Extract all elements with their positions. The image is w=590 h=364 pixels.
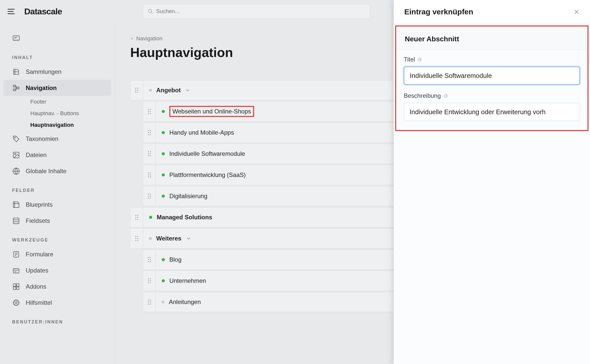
- form-icon: [12, 250, 20, 258]
- breadcrumb-label: Navigation: [136, 35, 163, 42]
- sidebar-item-formulare[interactable]: Formulare: [0, 246, 115, 262]
- drag-handle[interactable]: [143, 186, 156, 206]
- tree-item-label: Managed Solutions: [157, 214, 212, 221]
- drag-handle[interactable]: [130, 229, 143, 248]
- tree-item-label: Unternehmen: [169, 277, 206, 284]
- sidebar-section-benutzer: BENUTZER:INNEN: [0, 311, 115, 328]
- field-label-titel: Titel: [404, 56, 415, 63]
- status-published-icon: [162, 131, 165, 134]
- close-icon: ✕: [574, 8, 579, 16]
- chevron-down-icon[interactable]: [186, 236, 191, 241]
- navigation-icon: [12, 84, 20, 92]
- sidebar: INHALT Sammlungen Navigation Footer Haup…: [0, 23, 115, 364]
- sidebar-section-werkzeuge: WERKZEUGE: [0, 229, 115, 246]
- updates-icon: [12, 266, 20, 275]
- drag-handle[interactable]: [143, 102, 156, 121]
- panel-section-title: Neuer Abschnitt: [396, 26, 587, 50]
- svg-rect-18: [13, 269, 19, 273]
- localizable-icon: [417, 57, 422, 62]
- sidebar-section-inhalt: INHALT: [0, 46, 115, 64]
- chevron-down-icon[interactable]: [185, 88, 190, 93]
- sidebar-item-globale[interactable]: Globale Inhalte: [0, 163, 115, 179]
- sidebar-item-updates[interactable]: Updates: [0, 262, 115, 279]
- drag-icon: [148, 151, 151, 156]
- sidebar-item-navigation[interactable]: Navigation: [4, 80, 111, 96]
- search-input[interactable]: [156, 8, 365, 15]
- drag-icon: [135, 215, 138, 220]
- drag-icon: [148, 130, 151, 135]
- drag-icon: [148, 257, 151, 262]
- sidebar-sub-hauptnavigation[interactable]: Hauptnavigation: [0, 119, 115, 131]
- tree-item-label: Blog: [169, 256, 181, 263]
- sidebar-sub-hauptnav-buttons[interactable]: Hauptnav. - Buttons: [0, 108, 115, 119]
- svg-point-9: [15, 154, 16, 155]
- beschreibung-input[interactable]: [404, 103, 580, 121]
- image-icon: [12, 151, 20, 159]
- svg-point-7: [14, 137, 15, 138]
- drag-icon: [148, 172, 151, 177]
- fieldset-icon: [12, 217, 20, 225]
- svg-point-26: [15, 302, 17, 304]
- status-published-icon: [162, 195, 165, 198]
- svg-point-0: [148, 9, 152, 13]
- tree-item-label: Angebot: [156, 87, 181, 94]
- tree-item-label: Weiteres: [156, 235, 181, 242]
- tree-item-label: Digitalisierung: [169, 193, 207, 200]
- drag-handle[interactable]: [143, 165, 156, 185]
- svg-rect-4: [13, 85, 15, 87]
- status-draft-icon: [162, 301, 164, 303]
- sidebar-item-dashboard[interactable]: [0, 30, 115, 46]
- link-entry-panel: Eintrag verknüpfen ✕ Neuer Abschnitt Tit…: [394, 0, 590, 364]
- status-published-icon: [149, 216, 152, 219]
- sidebar-item-label: Dateien: [26, 151, 47, 159]
- status-published-icon: [162, 110, 165, 113]
- sidebar-item-blueprints[interactable]: Blueprints: [0, 197, 115, 213]
- sidebar-item-label: Globale Inhalte: [26, 168, 66, 175]
- drag-icon: [148, 299, 151, 305]
- tree-item-label: Plattformentwicklung (SaaS): [169, 171, 246, 178]
- drag-icon: [135, 88, 138, 93]
- sidebar-item-taxonomien[interactable]: Taxonomien: [0, 131, 115, 147]
- sidebar-item-label: Hilfsmittel: [26, 299, 52, 306]
- drag-handle[interactable]: [143, 123, 156, 142]
- sidebar-item-label: Addons: [26, 283, 46, 290]
- page-title: Hauptnavigation: [130, 45, 233, 60]
- sidebar-item-addons[interactable]: Addons: [0, 279, 115, 295]
- svg-rect-23: [13, 287, 16, 289]
- breadcrumb[interactable]: Navigation: [130, 35, 233, 42]
- sidebar-sub-footer[interactable]: Footer: [0, 96, 115, 108]
- drag-handle[interactable]: [143, 271, 156, 291]
- sidebar-item-sammlungen[interactable]: Sammlungen: [0, 64, 115, 80]
- status-draft-icon: [149, 89, 152, 92]
- close-button[interactable]: ✕: [574, 8, 579, 16]
- svg-rect-22: [16, 284, 19, 286]
- sidebar-item-label: Sammlungen: [26, 68, 61, 75]
- localizable-icon: [443, 94, 448, 98]
- sidebar-item-hilfsmittel[interactable]: Hilfsmittel: [0, 295, 115, 311]
- globe-icon: [12, 167, 20, 175]
- sidebar-item-label: Navigation: [26, 84, 57, 92]
- drag-handle[interactable]: [143, 144, 156, 164]
- svg-rect-11: [13, 218, 19, 224]
- panel-title: Eintrag verknüpfen: [404, 8, 473, 16]
- drag-handle[interactable]: [130, 80, 143, 100]
- hamburger-menu-button[interactable]: [8, 7, 17, 16]
- sidebar-item-label: Fieldsets: [26, 217, 50, 224]
- search-icon: [148, 9, 153, 14]
- tools-icon: [12, 299, 20, 307]
- search-box[interactable]: [143, 4, 370, 19]
- svg-rect-24: [16, 287, 19, 289]
- tree-item-label: Handy und Mobile-Apps: [169, 129, 234, 136]
- addons-icon: [12, 283, 20, 291]
- drag-handle[interactable]: [130, 207, 143, 227]
- drag-handle[interactable]: [143, 292, 156, 312]
- collections-icon: [12, 68, 20, 76]
- svg-rect-2: [13, 36, 19, 40]
- titel-input[interactable]: [404, 67, 580, 85]
- sidebar-item-label: Updates: [26, 267, 48, 274]
- sidebar-item-dateien[interactable]: Dateien: [0, 147, 115, 163]
- blueprint-icon: [12, 201, 20, 209]
- status-published-icon: [162, 152, 165, 155]
- drag-handle[interactable]: [143, 250, 156, 269]
- sidebar-item-fieldsets[interactable]: Fieldsets: [0, 213, 115, 229]
